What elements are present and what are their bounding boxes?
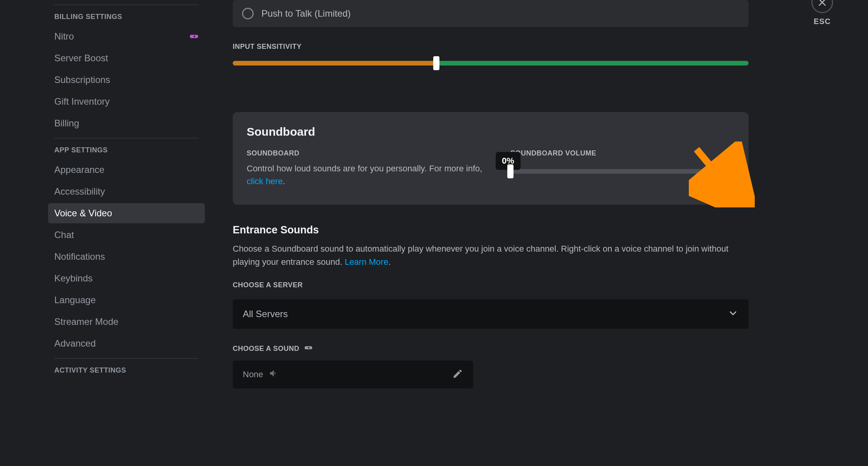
soundboard-description: Control how loud sounds are for you pers… (247, 162, 483, 188)
soundboard-volume-slider[interactable]: 0% (510, 169, 735, 174)
sidebar-item-streamer-mode[interactable]: Streamer Mode (48, 312, 205, 332)
chevron-down-icon (728, 308, 738, 320)
sidebar-item-advanced[interactable]: Advanced (48, 333, 205, 354)
entrance-learn-more-link[interactable]: Learn More (345, 257, 389, 267)
divider (54, 5, 199, 5)
sidebar-item-label: Keybinds (54, 273, 93, 284)
settings-content: ESC Push to Talk (Limited) INPUT SENSITI… (209, 0, 868, 466)
sidebar-item-label: Streamer Mode (54, 316, 118, 327)
sidebar-item-label: Subscriptions (54, 74, 110, 85)
sensitivity-high-region (436, 61, 749, 66)
sidebar-item-label: Appearance (54, 164, 104, 175)
soundboard-volume-label: SOUNDBOARD VOLUME (510, 149, 735, 157)
sidebar-item-subscriptions[interactable]: Subscriptions (48, 70, 205, 90)
sidebar-item-label: Billing (54, 118, 79, 129)
radio-icon (242, 8, 254, 19)
nitro-icon (303, 344, 313, 353)
app-settings-header: APP SETTINGS (54, 146, 199, 154)
sidebar-item-appearance[interactable]: Appearance (48, 160, 205, 180)
activity-settings-header: ACTIVITY SETTINGS (54, 366, 199, 375)
sidebar-item-label: Gift Inventory (54, 96, 110, 107)
billing-settings-header: BILLING SETTINGS (54, 13, 199, 21)
nitro-icon (188, 33, 199, 40)
close-icon (817, 0, 827, 7)
speaker-icon (269, 368, 279, 381)
slider-thumb[interactable] (433, 56, 439, 70)
sidebar-item-language[interactable]: Language (48, 290, 205, 310)
divider (54, 358, 199, 359)
server-select-value: All Servers (243, 309, 288, 319)
sidebar-item-label: Notifications (54, 251, 105, 262)
sidebar-item-label: Advanced (54, 338, 96, 349)
input-sensitivity-label: INPUT SENSITIVITY (233, 43, 749, 51)
soundboard-subheader: SOUNDBOARD (247, 149, 483, 157)
choose-sound-label: CHOOSE A SOUND (233, 345, 299, 353)
sidebar-item-gift-inventory[interactable]: Gift Inventory (48, 91, 205, 112)
sidebar-item-label: Nitro (54, 31, 74, 42)
soundboard-card: Soundboard SOUNDBOARD Control how loud s… (233, 112, 749, 205)
close-label: ESC (814, 17, 831, 26)
sidebar-item-chat[interactable]: Chat (48, 225, 205, 245)
radio-push-to-talk[interactable]: Push to Talk (Limited) (233, 0, 749, 27)
soundboard-title: Soundboard (247, 125, 735, 138)
sidebar-item-label: Chat (54, 230, 74, 240)
soundboard-info-link[interactable]: click here (247, 176, 283, 186)
sidebar-item-label: Server Boost (54, 53, 108, 64)
sidebar-item-nitro[interactable]: Nitro (48, 26, 205, 47)
sensitivity-low-region (233, 61, 436, 66)
sidebar-item-server-boost[interactable]: Server Boost (48, 48, 205, 68)
sidebar-item-keybinds[interactable]: Keybinds (48, 268, 205, 288)
close-container: ESC (811, 0, 833, 26)
choose-server-label: CHOOSE A SERVER (233, 281, 749, 289)
radio-label: Push to Talk (Limited) (261, 8, 351, 19)
sidebar-item-voice-video[interactable]: Voice & Video (48, 203, 205, 223)
sidebar-item-notifications[interactable]: Notifications (48, 247, 205, 267)
input-sensitivity-slider[interactable] (233, 61, 749, 66)
sidebar-item-label: Accessibility (54, 186, 105, 197)
close-button[interactable] (811, 0, 833, 13)
entrance-sounds-description: Choose a Soundboard sound to automatical… (233, 242, 737, 269)
sidebar-item-label: Language (54, 295, 96, 305)
slider-thumb[interactable] (507, 164, 514, 178)
sidebar-item-label: Voice & Video (54, 208, 112, 219)
sound-select-value: None (243, 369, 263, 380)
sidebar-item-billing[interactable]: Billing (48, 113, 205, 133)
sound-select[interactable]: None (233, 361, 473, 388)
entrance-sounds-title: Entrance Sounds (233, 224, 749, 236)
divider (54, 138, 199, 138)
settings-sidebar: BILLING SETTINGS Nitro Server Boost Subs… (0, 0, 209, 466)
server-select[interactable]: All Servers (233, 299, 749, 329)
pencil-icon[interactable] (452, 368, 463, 381)
sidebar-item-accessibility[interactable]: Accessibility (48, 181, 205, 202)
